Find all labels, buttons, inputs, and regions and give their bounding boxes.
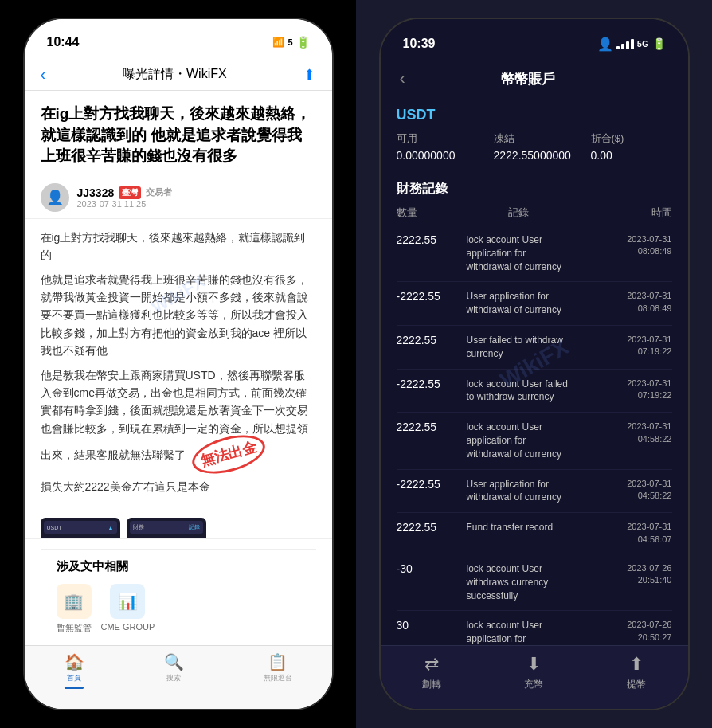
table-row: 2222.55lock account User application for… xyxy=(397,225,672,282)
related-items: 🏢 暫無監管 📊 CME GROUP xyxy=(41,577,316,640)
balance-available-label: 可用 xyxy=(397,131,478,146)
record-time: 2023-07-31 04:58:22 xyxy=(577,478,672,503)
signal-bar-3 xyxy=(261,40,264,48)
table-row: -2222.55User application for withdrawal … xyxy=(397,470,672,514)
record-qty: -2222.55 xyxy=(397,478,460,491)
records-section: 財務記錄 數量 記錄 時間 2222.55lock account User a… xyxy=(381,171,688,671)
phone-frame-right: 10:39 👤 5G 🔋 ‹ 幣幣賬戶 USDT xyxy=(379,18,690,710)
record-desc: Fund transfer record xyxy=(460,521,577,534)
tab-item-3[interactable]: 📋 無限迴台 xyxy=(264,652,292,683)
record-qty: -2222.55 xyxy=(397,378,460,390)
battery-icon: 🔋 xyxy=(296,36,310,49)
record-time: 2023-07-31 08:08:49 xyxy=(577,233,672,258)
balance-equiv-label: 折合($) xyxy=(591,131,672,146)
record-time: 2023-07-26 20:51:40 xyxy=(577,562,672,587)
balance-frozen-label: 凍結 xyxy=(494,131,575,146)
balance-equiv-value: 0.00 xyxy=(591,149,672,162)
record-desc: User failed to withdraw currency xyxy=(460,334,577,361)
records-header: 數量 記錄 時間 xyxy=(397,205,672,225)
record-time: 2023-07-31 07:19:22 xyxy=(577,334,672,358)
network-5g-right: 5G xyxy=(637,39,649,49)
thumb-header-2: 財務記錄 xyxy=(130,521,203,534)
record-qty: -2222.55 xyxy=(397,290,460,303)
author-date: 2023-07-31 11:25 xyxy=(77,199,316,209)
status-time-right: 10:39 xyxy=(403,37,436,51)
article-loss: 損失大約2222美金左右這只是本金 xyxy=(41,478,316,495)
signal-bar-r4 xyxy=(631,39,634,49)
record-desc: User application for withdrawal of curre… xyxy=(460,478,577,505)
col-qty-header: 數量 xyxy=(397,205,460,220)
related-icon-1: 🏢 xyxy=(57,584,92,619)
table-row: 2222.55lock account User application for… xyxy=(397,413,672,469)
deposit-icon: ⬇ xyxy=(526,654,541,675)
table-row: -2222.55User application for withdrawal … xyxy=(397,282,672,326)
related-item-2[interactable]: 📊 CME GROUP xyxy=(101,584,155,634)
record-qty: 2222.55 xyxy=(397,334,460,346)
author-name: JJ3328 臺灣 交易者 xyxy=(77,186,316,199)
article-para-2: 他就是追求者就覺得我上班很辛苦賺的錢也沒有很多，就帶我做黃金投資一開始都是小額不… xyxy=(41,271,316,360)
status-bar-left: 10:44 📶 5 🔋 xyxy=(25,19,332,59)
transfer-icon: ⇄ xyxy=(424,654,439,675)
balance-frozen: 凍結 2222.55000000 xyxy=(494,131,575,162)
record-desc: User application for withdrawal of curre… xyxy=(460,290,577,317)
author-role: 交易者 xyxy=(146,186,172,198)
article-body: 在ig上對方找我聊天，後來越來越熱絡，就這樣認識到的 他就是追求者就覺得我上班很… xyxy=(25,219,332,511)
wifi-icon: 📶 xyxy=(272,37,284,48)
record-qty: -30 xyxy=(397,562,460,575)
back-button-right[interactable]: ‹ xyxy=(400,68,405,89)
nav-bar-right: ‹ 幣幣賬戶 xyxy=(381,61,688,97)
usdt-section: USDT 可用 0.00000000 凍結 2222.55000000 折合($… xyxy=(381,97,688,171)
nav-transfer[interactable]: ⇄ 劃轉 xyxy=(422,654,441,691)
battery-right: 🔋 xyxy=(652,37,666,50)
records-title: 財務記錄 xyxy=(397,181,672,198)
currency-label: USDT xyxy=(397,107,672,123)
tab-item-1[interactable]: 🏠 首頁 xyxy=(65,652,84,689)
phone-frame-left: 10:44 📶 5 🔋 ‹ 曝光詳情・WikiFX ⬆ 在ig上對方找我聊天，後… xyxy=(23,18,334,710)
record-qty: 30 xyxy=(397,619,460,632)
stamp-overlay: 無法出金 xyxy=(188,429,269,481)
record-qty: 2222.55 xyxy=(397,521,460,534)
record-desc: lock account User application for withdr… xyxy=(460,233,577,273)
signal-5g: 5 xyxy=(288,37,292,47)
tab-item-2[interactable]: 🔍 搜索 xyxy=(164,652,184,683)
col-time-header: 時間 xyxy=(577,205,672,220)
record-qty: 2222.55 xyxy=(397,233,460,246)
signal-bars xyxy=(252,37,269,48)
status-bar-right: 10:39 👤 5G 🔋 xyxy=(381,19,688,61)
balance-frozen-value: 2222.55000000 xyxy=(494,149,575,162)
record-desc: lock account User failed to withdraw cur… xyxy=(460,378,577,405)
records-list: 2222.55lock account User application for… xyxy=(397,225,672,668)
signal-bar-r2 xyxy=(621,44,624,49)
signal-bar-2 xyxy=(256,42,260,48)
author-avatar: 👤 xyxy=(41,183,69,212)
balance-row: 可用 0.00000000 凍結 2222.55000000 折合($) 0.0… xyxy=(397,131,672,162)
record-desc: lock account User application for withdr… xyxy=(460,421,577,460)
related-item-1[interactable]: 🏢 暫無監管 xyxy=(57,584,92,634)
col-record-header: 記錄 xyxy=(460,205,577,220)
bottom-tab-bar-left: 🏠 首頁 🔍 搜索 📋 無限迴台 xyxy=(25,645,332,709)
back-button[interactable]: ‹ xyxy=(41,65,46,84)
record-time: 2023-07-31 08:08:49 xyxy=(577,290,672,315)
related-title: 涉及文中相關 xyxy=(41,549,316,577)
author-bar: 👤 JJ3328 臺灣 交易者 2023-07-31 11:25 xyxy=(25,177,332,219)
nav-title-right: 幣幣賬戶 xyxy=(405,70,651,88)
record-qty: 2222.55 xyxy=(397,421,460,433)
withdraw-icon: ⬆ xyxy=(629,654,644,675)
thumb-header-1: USDT▲ xyxy=(44,521,117,534)
table-row: 2222.55Fund transfer record2023-07-31 04… xyxy=(397,513,672,554)
balance-equiv: 折合($) 0.00 xyxy=(591,131,672,162)
related-icon-2: 📊 xyxy=(110,584,145,619)
share-button[interactable]: ⬆ xyxy=(303,66,315,84)
status-icons-right: 👤 5G 🔋 xyxy=(594,37,666,52)
nav-withdraw[interactable]: ⬆ 提幣 xyxy=(627,654,646,691)
table-row: -2222.55lock account User failed to with… xyxy=(397,370,672,413)
article-headline: 在ig上對方找我聊天，後來越來越熱絡，就這樣認識到的 他就是追求者說覺得我上班很… xyxy=(25,91,332,177)
left-phone: 10:44 📶 5 🔋 ‹ 曝光詳情・WikiFX ⬆ 在ig上對方找我聊天，後… xyxy=(0,0,356,728)
nav-title-left: 曝光詳情・WikiFX xyxy=(123,66,227,83)
record-desc: lock account User withdraws currency suc… xyxy=(460,562,577,602)
person-icon: 👤 xyxy=(597,37,613,52)
nav-deposit[interactable]: ⬇ 充幣 xyxy=(524,654,543,691)
record-time: 2023-07-31 04:58:22 xyxy=(577,421,672,445)
bottom-nav-right: ⇄ 劃轉 ⬇ 充幣 ⬆ 提幣 xyxy=(381,645,688,709)
record-time: 2023-07-31 07:19:22 xyxy=(577,378,672,402)
